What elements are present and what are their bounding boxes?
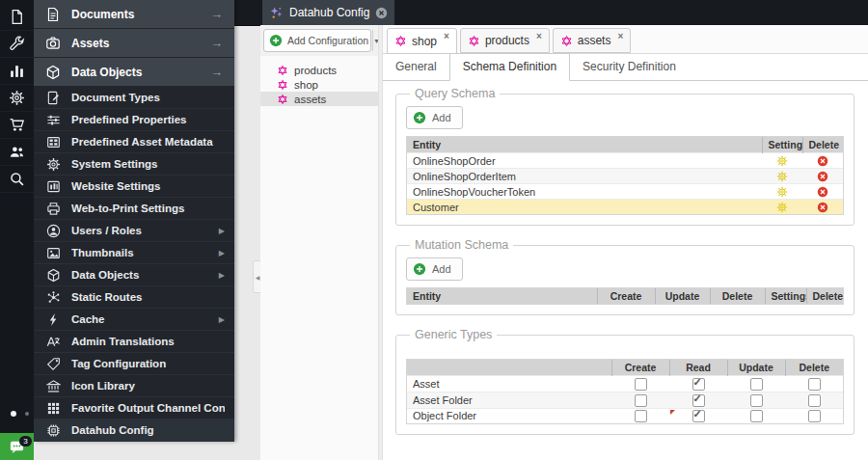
column-header-entity[interactable]: Entity [407, 137, 762, 153]
nav-item-data-objects[interactable]: Data Objects ▶ [34, 264, 234, 286]
settings-cell[interactable] [762, 153, 802, 169]
close-tab-icon[interactable] [375, 7, 388, 19]
tab-shop[interactable]: shop × [387, 28, 457, 54]
close-icon[interactable]: × [536, 31, 542, 41]
settings-cell[interactable] [762, 169, 802, 184]
column-header-entity[interactable]: Entity [407, 288, 597, 304]
read-checkbox[interactable] [692, 410, 705, 422]
settings-cell[interactable] [762, 184, 802, 200]
column-header-delete[interactable]: Delete [785, 360, 843, 376]
tag-icon [46, 357, 61, 371]
column-header-delete[interactable]: Delete [802, 137, 843, 153]
nav-item-predefined-properties[interactable]: Predefined Properties [34, 109, 234, 131]
update-checkbox[interactable] [750, 394, 763, 407]
nav-item-icon-library[interactable]: Icon Library [34, 375, 234, 397]
graphql-icon [468, 35, 480, 47]
nav-section-documents[interactable]: Documents → [34, 0, 234, 28]
column-header-settings[interactable]: Settings [765, 288, 806, 304]
close-icon[interactable]: × [444, 31, 449, 41]
iconbar-tools[interactable] [0, 31, 34, 58]
delete-checkbox[interactable] [808, 410, 821, 422]
tab-assets[interactable]: assets × [553, 28, 632, 53]
delete-cell[interactable] [802, 153, 843, 169]
nav-item-users-roles[interactable]: Users / Roles ▶ [34, 220, 234, 242]
nav-item-predefined-asset-metadata[interactable]: Predefined Asset Metadata [34, 131, 234, 153]
plus-circle-icon [269, 34, 283, 47]
close-icon[interactable]: × [617, 31, 623, 41]
update-checkbox[interactable] [750, 410, 763, 422]
nav-item-label: Thumbnails [71, 247, 208, 258]
tab-general[interactable]: General [383, 54, 449, 80]
nav-item-tag-configuration[interactable]: Tag Configuration [34, 353, 234, 375]
delete-cell[interactable] [802, 200, 843, 215]
read-checkbox[interactable] [692, 394, 705, 407]
nav-item-thumbnails[interactable]: Thumbnails ▶ [34, 242, 234, 264]
nav-item-admin-translations[interactable]: Admin Translations [34, 331, 234, 353]
nav-section-data-objects[interactable]: Data Objects → [34, 58, 234, 86]
cube-icon [45, 65, 61, 80]
create-checkbox[interactable] [635, 378, 647, 391]
column-header-delete[interactable]: Delete [710, 288, 765, 304]
delete-checkbox[interactable] [808, 394, 821, 407]
nav-item-document-types[interactable]: Document Types [34, 87, 234, 109]
nav-item-label: Predefined Properties [71, 114, 225, 125]
nav-item-datahub-config[interactable]: Datahub Config [34, 419, 234, 442]
column-header-update[interactable]: Update [727, 360, 785, 376]
iconbar-search[interactable] [0, 166, 34, 193]
update-checkbox[interactable] [750, 378, 763, 391]
sparkle-icon [269, 6, 284, 20]
create-checkbox[interactable] [635, 410, 647, 422]
navigation-menu: Documents → Assets → Data Objects → Docu… [34, 0, 234, 442]
window-tab-datahub-config[interactable]: Datahub Config [262, 0, 394, 25]
settings-cell[interactable] [762, 200, 802, 215]
gear-icon [776, 186, 788, 198]
table-row-highlighted[interactable]: Customer [407, 200, 843, 215]
notifications-button[interactable]: 3 [0, 433, 34, 460]
status-dot-secondary [25, 412, 29, 416]
iconbar-users[interactable] [0, 139, 34, 166]
tab-schema-definition[interactable]: Schema Definition [449, 53, 570, 81]
query-schema-add-button[interactable]: Add [406, 106, 463, 129]
type-cell: Asset [407, 376, 611, 392]
tab-security-definition[interactable]: Security Definition [570, 54, 689, 80]
delete-cell [785, 408, 843, 423]
nav-item-web-to-print-settings[interactable]: Web-to-Print Settings [34, 198, 234, 220]
iconbar-ecommerce[interactable] [0, 112, 34, 139]
iconbar-reports[interactable] [0, 58, 34, 85]
tab-products[interactable]: products × [460, 28, 550, 53]
nav-section-assets[interactable]: Assets → [34, 29, 234, 57]
plus-circle-icon [413, 262, 426, 276]
delete-cell[interactable] [802, 169, 843, 184]
column-header-settings[interactable]: Settings [762, 137, 802, 153]
tree-item-products[interactable]: products [260, 63, 378, 77]
table-row[interactable]: OnlineShopOrder [407, 153, 843, 169]
nav-item-cache[interactable]: Cache ▶ [34, 309, 234, 331]
tree-item-label: shop [294, 79, 318, 91]
nav-item-system-settings[interactable]: System Settings [34, 153, 234, 176]
nav-item-favorite-output-channel-configurations[interactable]: Favorite Output Channel Configurations [34, 397, 234, 419]
configuration-tree: products shop assets [260, 63, 378, 106]
read-cell [669, 408, 727, 423]
create-checkbox[interactable] [635, 394, 647, 407]
column-header-read[interactable]: Read [669, 360, 727, 376]
delete-checkbox[interactable] [808, 378, 821, 391]
column-header-create[interactable]: Create [597, 288, 655, 304]
add-configuration-button[interactable]: Add Configuration ▼ [263, 29, 371, 52]
mutation-schema-add-button[interactable]: Add [406, 257, 463, 281]
tree-item-shop[interactable]: shop [260, 77, 378, 92]
nav-item-website-settings[interactable]: Website Settings [34, 176, 234, 198]
generic-types-fieldset: Generic Types Create Read Update Delete [395, 328, 854, 435]
iconbar-documents[interactable] [0, 4, 34, 31]
nav-item-label: Predefined Asset Metadata [71, 136, 225, 148]
column-header-delete[interactable]: Delete [806, 288, 843, 304]
nav-item-static-routes[interactable]: Static Routes [34, 286, 234, 309]
iconbar-settings[interactable] [0, 85, 34, 112]
tree-item-assets[interactable]: assets [260, 92, 378, 106]
table-row[interactable]: OnlineShopOrderItem [407, 169, 843, 184]
column-header-blank [407, 360, 611, 376]
column-header-update[interactable]: Update [655, 288, 710, 304]
table-row[interactable]: OnlineShopVoucherToken [407, 184, 843, 200]
read-checkbox[interactable] [692, 378, 705, 391]
delete-cell[interactable] [802, 184, 843, 200]
column-header-create[interactable]: Create [611, 360, 669, 376]
